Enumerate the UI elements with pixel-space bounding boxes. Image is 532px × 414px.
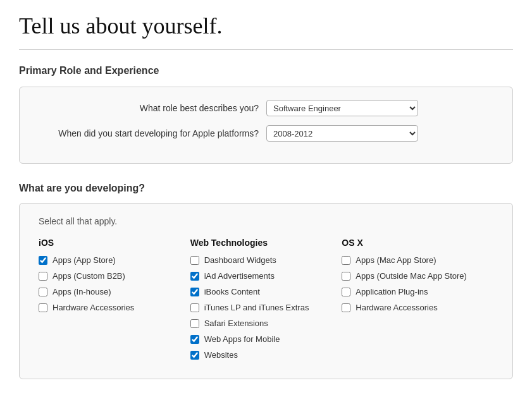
osx-column: OS X Apps (Mac App Store) Apps (Outside … [342, 238, 493, 366]
list-item: Apps (Custom B2B) [39, 271, 190, 281]
ios-apps-appstore-checkbox[interactable] [39, 256, 47, 265]
web-ibooks-content-checkbox[interactable] [190, 288, 199, 296]
columns-container: iOS Apps (App Store) Apps (Custom B2B) A… [39, 238, 493, 366]
web-dashboard-widgets-label[interactable]: Dashboard Widgets [204, 255, 276, 265]
web-ibooks-content-label[interactable]: iBooks Content [204, 287, 260, 296]
osx-application-plugins-label[interactable]: Application Plug-ins [356, 287, 428, 296]
web-safari-extensions-label[interactable]: Safari Extensions [204, 319, 268, 328]
ios-apps-customb2b-checkbox[interactable] [39, 272, 47, 281]
developing-section: What are you developing? Select all that… [19, 183, 513, 379]
web-iad-advertisements-checkbox[interactable] [190, 272, 199, 281]
list-item: Apps (Mac App Store) [342, 255, 493, 265]
primary-role-title: Primary Role and Experience [19, 65, 513, 76]
start-select[interactable]: Before 2002 2002-2007 2008-2012 2013-201… [266, 125, 418, 142]
osx-header: OS X [342, 238, 493, 248]
ios-hardware-accessories-label[interactable]: Hardware Accessories [53, 303, 134, 312]
ios-apps-inhouse-checkbox[interactable] [39, 288, 47, 296]
web-itunes-lp-checkbox[interactable] [190, 303, 199, 312]
instruction-text: Select all that apply. [39, 216, 493, 226]
osx-apps-outside-macappstore-checkbox[interactable] [342, 272, 350, 281]
web-apps-mobile-label[interactable]: Web Apps for Mobile [204, 334, 280, 344]
list-item: Application Plug-ins [342, 287, 493, 296]
list-item: iAd Advertisements [190, 271, 342, 281]
osx-hardware-accessories-checkbox[interactable] [342, 303, 350, 312]
list-item: Hardware Accessories [39, 303, 190, 312]
web-websites-label[interactable]: Websites [204, 350, 238, 360]
list-item: Apps (App Store) [39, 255, 190, 265]
list-item: Apps (In-house) [39, 287, 190, 296]
ios-hardware-accessories-checkbox[interactable] [39, 303, 47, 312]
list-item: Websites [190, 350, 342, 360]
ios-column: iOS Apps (App Store) Apps (Custom B2B) A… [39, 238, 190, 366]
list-item: iTunes LP and iTunes Extras [190, 303, 342, 312]
developing-title: What are you developing? [19, 183, 513, 194]
web-dashboard-widgets-checkbox[interactable] [190, 256, 199, 265]
web-safari-extensions-checkbox[interactable] [190, 319, 199, 328]
role-row: What role best describes you? Software E… [39, 100, 493, 116]
web-header: Web Technologies [190, 238, 342, 248]
web-itunes-lp-label[interactable]: iTunes LP and iTunes Extras [204, 303, 309, 312]
osx-apps-outside-macappstore-label[interactable]: Apps (Outside Mac App Store) [356, 271, 467, 281]
ios-apps-inhouse-label[interactable]: Apps (In-house) [53, 287, 111, 296]
osx-application-plugins-checkbox[interactable] [342, 288, 350, 296]
list-item: Apps (Outside Mac App Store) [342, 271, 493, 281]
web-apps-mobile-checkbox[interactable] [190, 335, 199, 344]
divider [19, 49, 513, 50]
list-item: iBooks Content [190, 287, 342, 296]
start-question-label: When did you start developing for Apple … [39, 128, 266, 138]
page-title: Tell us about yourself. [19, 13, 513, 39]
ios-header: iOS [39, 238, 190, 248]
start-row: When did you start developing for Apple … [39, 125, 493, 142]
list-item: Web Apps for Mobile [190, 334, 342, 344]
primary-role-card: What role best describes you? Software E… [19, 87, 513, 164]
developing-card: Select all that apply. iOS Apps (App Sto… [19, 203, 513, 379]
list-item: Hardware Accessories [342, 303, 493, 312]
list-item: Dashboard Widgets [190, 255, 342, 265]
ios-apps-appstore-label[interactable]: Apps (App Store) [53, 255, 116, 265]
web-iad-advertisements-label[interactable]: iAd Advertisements [204, 271, 275, 281]
osx-apps-macappstore-checkbox[interactable] [342, 256, 350, 265]
role-question-label: What role best describes you? [39, 103, 266, 113]
ios-apps-customb2b-label[interactable]: Apps (Custom B2B) [53, 271, 125, 281]
web-websites-checkbox[interactable] [190, 351, 199, 360]
list-item: Safari Extensions [190, 319, 342, 328]
osx-hardware-accessories-label[interactable]: Hardware Accessories [356, 303, 437, 312]
web-column: Web Technologies Dashboard Widgets iAd A… [190, 238, 342, 366]
role-select[interactable]: Software Engineer Designer Product Manag… [266, 100, 418, 116]
osx-apps-macappstore-label[interactable]: Apps (Mac App Store) [356, 255, 436, 265]
primary-role-section: Primary Role and Experience What role be… [19, 65, 513, 164]
